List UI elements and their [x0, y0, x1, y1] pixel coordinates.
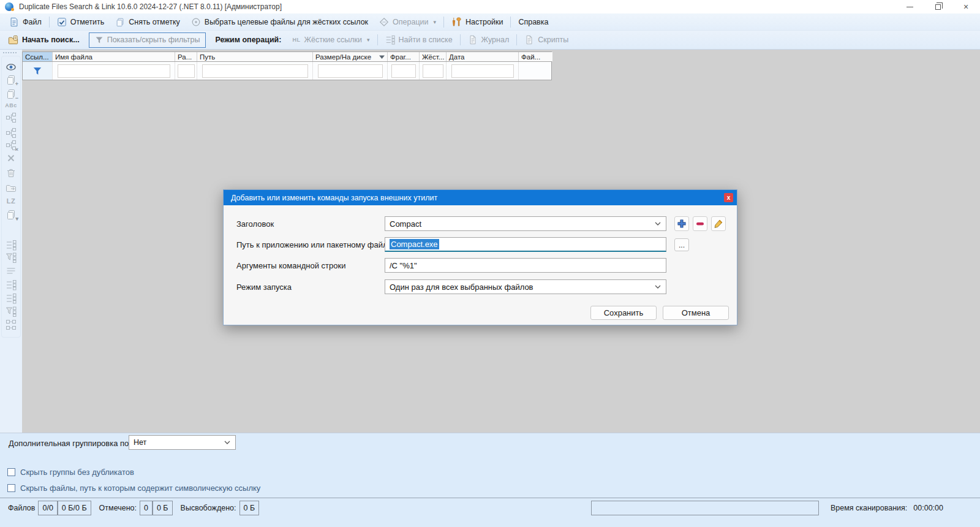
args-input[interactable]: [385, 258, 666, 273]
journal-button[interactable]: Журнал: [462, 31, 515, 49]
results-grid: Ссыл... Имя файла Ра... Путь Размер/На д…: [22, 51, 552, 80]
move-folder-icon[interactable]: [5, 182, 17, 194]
path-value-selected: Compact.exe: [390, 239, 439, 249]
scripts-label: Скрипты: [538, 36, 568, 44]
column-header-fragments[interactable]: Фраг...: [388, 52, 420, 61]
minimize-button[interactable]: [895, 0, 924, 13]
hardlink-tree-break-icon[interactable]: ×: [5, 139, 17, 151]
checklist-icon[interactable]: [5, 239, 17, 251]
find-list-icon: [385, 35, 395, 45]
external-utilities-dialog: Добавить или изменить команды запуска вн…: [223, 189, 737, 325]
filter-input-date[interactable]: [451, 64, 514, 78]
edit-utility-button[interactable]: [711, 216, 726, 231]
menu-item-file[interactable]: Файл: [4, 13, 47, 30]
chevron-down-icon: [655, 285, 661, 289]
scripts-icon: [524, 35, 534, 45]
filter-input-size[interactable]: [318, 64, 383, 78]
column-checklist2-icon[interactable]: [5, 292, 17, 305]
menu-item-settings[interactable]: Настройки: [446, 13, 508, 30]
window-title: Duplicate Files Search & Link 10.6.0 202…: [19, 2, 282, 11]
combine-groups-icon[interactable]: [5, 319, 17, 331]
menu-item-unmark-label: Снять отметку: [129, 18, 180, 26]
preview-eye-icon[interactable]: [5, 61, 17, 74]
toolbar-separator: [460, 34, 461, 45]
column-header-date[interactable]: Дата: [447, 52, 519, 61]
dialog-title-bar[interactable]: Добавить или изменить команды запуска вн…: [224, 190, 737, 205]
hide-groups-checkbox[interactable]: Скрыть группы без дубликатов: [7, 468, 134, 477]
grouping-select[interactable]: Нет: [129, 435, 236, 450]
caption-value: Compact: [390, 219, 421, 229]
pencil-icon: [714, 219, 723, 229]
browse-button[interactable]: ...: [674, 238, 689, 251]
app-icon: [5, 2, 13, 11]
delete-cross-icon[interactable]: [5, 152, 17, 164]
menu-item-file-label: Файл: [23, 18, 42, 26]
column-header-file[interactable]: Фай...: [519, 52, 552, 61]
hide-symlink-files-checkbox[interactable]: Скрыть файлы, путь к которым содержит си…: [7, 483, 260, 493]
menubar-separator: [510, 17, 511, 28]
hardlink-tree-icon[interactable]: [5, 112, 17, 124]
app-window: Duplicate Files Search & Link 10.6.0 202…: [0, 0, 980, 527]
menu-item-operations[interactable]: Операции ▾: [374, 13, 442, 30]
sidebar-grip[interactable]: [3, 52, 18, 53]
tools-icon: [451, 17, 462, 27]
add-utility-button[interactable]: [674, 216, 689, 231]
lasso-checklist-icon[interactable]: [5, 305, 17, 317]
check-square-icon: [57, 17, 67, 27]
journal-icon: [468, 35, 478, 45]
filter-funnel-cell: [23, 62, 53, 80]
start-search-button[interactable]: Начать поиск...: [2, 31, 85, 49]
cancel-button[interactable]: Отмена: [663, 306, 729, 320]
path-input[interactable]: Compact.exe: [385, 237, 666, 252]
collapse-groups-icon[interactable]: −: [5, 88, 17, 100]
column-checklist-icon[interactable]: [5, 279, 17, 291]
expand-groups-icon[interactable]: +: [5, 74, 17, 86]
menu-item-unmark[interactable]: Снять отметку: [110, 13, 186, 30]
restore-button[interactable]: [924, 0, 952, 13]
copy-pages-menu-icon[interactable]: ▾: [5, 208, 17, 221]
grouping-value: Нет: [134, 438, 146, 447]
dialog-close-button[interactable]: x: [724, 193, 733, 202]
close-button[interactable]: ×: [952, 0, 980, 13]
column-header-hardlinks[interactable]: Жёст...: [420, 52, 447, 61]
scripts-button[interactable]: Скрипты: [519, 31, 574, 49]
filter-input-hardlinks[interactable]: [423, 64, 443, 78]
column-header-ra[interactable]: Ра...: [175, 52, 197, 61]
menu-item-mark[interactable]: Отметить: [51, 13, 110, 30]
menu-item-help[interactable]: Справка: [513, 13, 554, 30]
column-header-links[interactable]: Ссыл...: [23, 52, 53, 61]
plus-icon: [677, 219, 687, 229]
rename-abc-icon[interactable]: ABc: [5, 99, 17, 112]
column-header-filename[interactable]: Имя файла: [53, 52, 175, 61]
column-header-path[interactable]: Путь: [197, 52, 313, 61]
operation-mode-label: Режим операций:: [209, 31, 287, 49]
remove-utility-button[interactable]: [693, 216, 707, 231]
grid-header-row: Ссыл... Имя файла Ра... Путь Размер/На д…: [22, 51, 552, 62]
plain-list-icon[interactable]: [5, 265, 17, 278]
args-label: Аргументы командной строки: [236, 261, 345, 270]
menubar-separator: [443, 17, 444, 28]
caption-combobox[interactable]: Compact: [385, 216, 666, 231]
menu-item-select-hardlink-targets[interactable]: Выбрать целевые файлы для жёстких ссылок: [186, 13, 374, 30]
hardlink-tree-check-icon[interactable]: [5, 127, 17, 139]
find-in-list-button[interactable]: Найти в списке: [380, 31, 458, 49]
filter-input-fragments[interactable]: [391, 64, 416, 78]
filter-input-path[interactable]: [202, 64, 308, 78]
pages-icon: [115, 17, 125, 27]
hard-links-button[interactable]: HL Жёсткие ссылки ▾: [287, 31, 375, 49]
journal-label: Журнал: [481, 36, 510, 44]
save-button[interactable]: Сохранить: [590, 306, 657, 320]
filter-checklist-icon[interactable]: [5, 251, 17, 264]
recycle-bin-icon[interactable]: [5, 167, 17, 179]
minimize-icon: [907, 7, 913, 7]
marked-count: 0: [140, 501, 153, 515]
filter-input-filename[interactable]: [58, 64, 170, 78]
run-mode-combobox[interactable]: Один раз для всех выбранных файлов: [385, 279, 666, 294]
column-header-size[interactable]: Размер/На диске: [313, 52, 388, 61]
toolbar-separator: [377, 34, 378, 45]
checkbox-icon: [7, 484, 15, 492]
lz-compress-icon[interactable]: LZ: [5, 195, 17, 207]
toggle-filters-button[interactable]: Показать/скрыть фильтры: [89, 32, 206, 48]
filter-input-ra[interactable]: [178, 64, 195, 78]
find-in-list-label: Найти в списке: [399, 36, 453, 44]
